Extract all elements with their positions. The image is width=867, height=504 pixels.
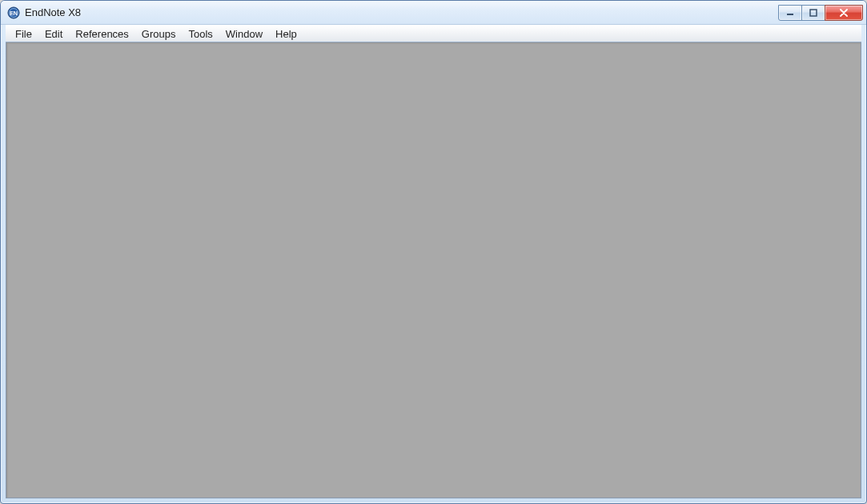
maximize-icon: [809, 9, 818, 17]
svg-rect-3: [787, 14, 793, 15]
app-icon: EN: [7, 6, 20, 19]
svg-text:EN: EN: [10, 10, 18, 16]
titlebar[interactable]: EN EndNote X8: [1, 1, 866, 25]
menu-tools[interactable]: Tools: [182, 26, 219, 42]
menubar: File Edit References Groups Tools Window…: [6, 25, 861, 42]
menu-references[interactable]: References: [69, 26, 134, 42]
menu-window[interactable]: Window: [219, 26, 269, 42]
menu-edit[interactable]: Edit: [38, 26, 69, 42]
maximize-button[interactable]: [801, 5, 825, 21]
close-icon: [839, 9, 849, 17]
client-area: [6, 42, 861, 498]
app-window: EN EndNote X8 File Edit Re: [0, 0, 867, 504]
menu-help[interactable]: Help: [269, 26, 303, 42]
close-button[interactable]: [825, 5, 863, 21]
minimize-icon: [785, 9, 795, 17]
minimize-button[interactable]: [778, 5, 802, 21]
window-controls: [779, 5, 863, 21]
menu-file[interactable]: File: [9, 26, 38, 42]
svg-rect-4: [810, 10, 817, 16]
window-title: EndNote X8: [25, 6, 779, 18]
menu-groups[interactable]: Groups: [135, 26, 183, 42]
